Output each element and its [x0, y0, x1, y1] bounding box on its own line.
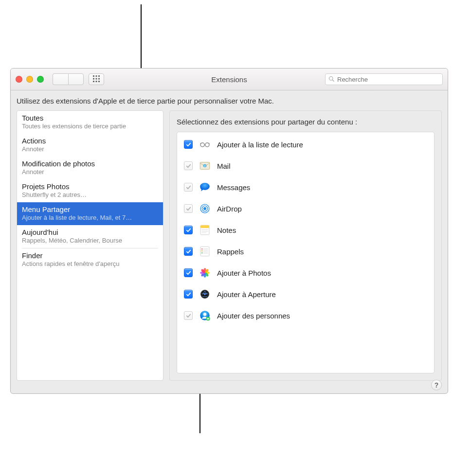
svg-point-29	[201, 250, 202, 251]
sidebar-item-label: Actions	[22, 137, 158, 145]
svg-rect-5	[98, 78, 100, 79]
extension-label: Ajouter à la liste de lecture	[217, 141, 303, 149]
content: Toutes Toutes les extensions de tierce p…	[11, 110, 448, 381]
sidebar-item-label: Modification de photos	[22, 159, 158, 168]
help-button[interactable]: ?	[431, 380, 442, 390]
zoom-button[interactable]	[37, 76, 44, 83]
extension-row: Messages	[184, 181, 427, 194]
mail-icon: @	[199, 159, 211, 172]
extension-row: Ajouter à la liste de lecture	[184, 138, 427, 151]
photos-icon	[199, 266, 211, 279]
search-field[interactable]	[325, 73, 443, 85]
extension-row: AirDrop	[184, 202, 427, 215]
window-controls	[16, 76, 44, 83]
enable-checkbox[interactable]	[184, 161, 193, 170]
svg-line-10	[332, 80, 334, 81]
enable-checkbox[interactable]	[184, 268, 193, 277]
svg-rect-0	[93, 75, 94, 77]
extension-label: AirDrop	[217, 205, 242, 213]
extension-row: Ajouter à Photos	[184, 266, 427, 279]
toolbar: Extensions	[11, 69, 448, 90]
sidebar-item-subtitle: Toutes les extensions de tierce partie	[22, 123, 158, 130]
svg-point-41	[204, 293, 206, 295]
sidebar-item-label: Finder	[22, 251, 158, 260]
enable-checkbox[interactable]	[184, 226, 193, 234]
messages-icon	[199, 181, 211, 194]
svg-rect-7	[96, 81, 97, 82]
sidebar-item-subtitle: Ajouter à la liste de lecture, Mail, et …	[22, 214, 158, 221]
sidebar-item-projets-photos[interactable]: Projets Photos Shutterfly et 2 autres…	[17, 179, 163, 202]
extension-label: Ajouter à Aperture	[217, 290, 276, 299]
grid-icon	[93, 75, 100, 84]
svg-rect-1	[96, 75, 97, 77]
help-label: ?	[435, 381, 439, 389]
svg-point-28	[201, 248, 202, 249]
extension-row: Ajouter des personnes	[184, 309, 427, 322]
enable-checkbox[interactable]	[184, 311, 193, 320]
sidebar-item-aujourdhui[interactable]: Aujourd'hui Rappels, Météo, Calendrier, …	[17, 225, 163, 248]
sidebar-item-finder[interactable]: Finder Actions rapides et fenêtre d'aper…	[17, 248, 163, 271]
extension-row: Ajouter à Aperture	[184, 288, 427, 300]
nav-forward-button[interactable]	[68, 73, 84, 85]
main-panel: Sélectionnez des extensions pour partage…	[169, 110, 442, 381]
nav-segment	[53, 73, 84, 85]
preferences-window: Extensions Utilisez des extensions d'App…	[10, 68, 448, 394]
sidebar-item-subtitle: Actions rapides et fenêtre d'aperçu	[22, 260, 158, 267]
svg-rect-2	[98, 75, 100, 77]
enable-checkbox[interactable]	[184, 140, 193, 149]
enable-checkbox[interactable]	[184, 290, 193, 299]
svg-rect-8	[98, 81, 100, 82]
enable-checkbox[interactable]	[184, 183, 193, 192]
sidebar: Toutes Toutes les extensions de tierce p…	[17, 110, 163, 381]
sidebar-item-label: Aujourd'hui	[22, 228, 158, 236]
extension-row: Notes	[184, 224, 427, 236]
enable-checkbox[interactable]	[184, 204, 193, 213]
extension-row: Rappels	[184, 245, 427, 258]
sidebar-item-modification-de-photos[interactable]: Modification de photos Annoter	[17, 157, 163, 179]
svg-rect-6	[93, 81, 94, 82]
reminders-icon	[199, 245, 211, 258]
extension-label: Mail	[217, 162, 231, 170]
sidebar-item-subtitle: Annoter	[22, 145, 158, 153]
airdrop-icon	[199, 202, 211, 215]
show-all-button[interactable]	[89, 73, 104, 85]
svg-rect-20	[200, 225, 209, 228]
minimize-button[interactable]	[26, 76, 33, 83]
people-icon	[199, 309, 211, 322]
sidebar-item-label: Menu Partager	[22, 205, 158, 213]
svg-point-16	[204, 208, 206, 210]
enable-checkbox[interactable]	[184, 247, 193, 256]
nav-back-button[interactable]	[53, 73, 68, 85]
extension-label: Messages	[217, 183, 250, 192]
glasses-icon	[199, 138, 211, 151]
notes-icon	[199, 224, 211, 236]
extension-label: Notes	[217, 226, 236, 234]
extension-label: Rappels	[217, 247, 244, 256]
svg-text:@: @	[204, 165, 206, 167]
sidebar-item-toutes[interactable]: Toutes Toutes les extensions de tierce p…	[17, 111, 163, 134]
sidebar-item-subtitle: Rappels, Météo, Calendrier, Bourse	[22, 237, 158, 244]
sidebar-item-label: Toutes	[22, 114, 158, 122]
sidebar-item-subtitle: Shutterfly et 2 autres…	[22, 191, 158, 198]
search-input[interactable]	[336, 75, 439, 84]
sidebar-item-label: Projets Photos	[22, 182, 158, 191]
sidebar-item-actions[interactable]: Actions Annoter	[17, 134, 163, 157]
close-button[interactable]	[16, 76, 22, 83]
svg-point-43	[203, 313, 207, 316]
extension-label: Ajouter des personnes	[217, 312, 290, 320]
svg-rect-4	[96, 78, 97, 79]
search-icon	[328, 76, 334, 83]
sidebar-item-menu-partager[interactable]: Menu Partager Ajouter à la liste de lect…	[17, 202, 163, 225]
page-description: Utilisez des extensions d'Apple et de ti…	[11, 90, 448, 105]
sidebar-item-subtitle: Annoter	[22, 168, 158, 176]
aperture-icon	[199, 288, 211, 300]
main-heading: Sélectionnez des extensions pour partage…	[177, 118, 435, 126]
extension-label: Ajouter à Photos	[217, 269, 271, 277]
svg-rect-3	[93, 78, 94, 79]
svg-point-30	[201, 252, 202, 253]
extension-row: @Mail	[184, 159, 427, 172]
extension-list: Ajouter à la liste de lecture@MailMessag…	[177, 132, 435, 373]
